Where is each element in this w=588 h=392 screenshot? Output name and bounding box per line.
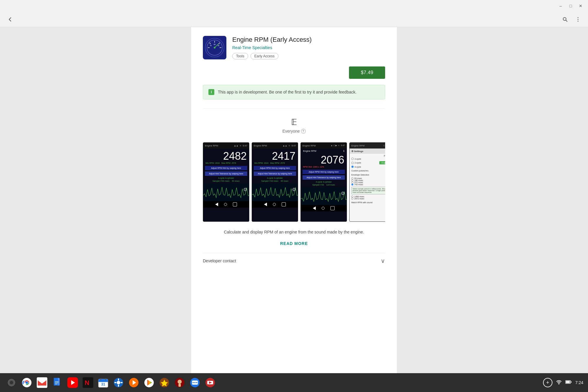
- svg-point-61: [558, 384, 559, 385]
- nav-back[interactable]: [215, 203, 218, 206]
- taskbar-settings[interactable]: [112, 376, 125, 389]
- app-icon: 60 40 80: [203, 36, 226, 59]
- taskbar-status: + 7:24: [543, 378, 583, 387]
- nav-home-2[interactable]: [273, 203, 276, 206]
- nav-home-3[interactable]: [322, 207, 325, 210]
- divider-1: [203, 108, 385, 109]
- developer-contact-label: Developer contact: [203, 258, 236, 263]
- taskbar-messages[interactable]: [188, 376, 202, 389]
- taskbar: N 31: [0, 373, 588, 392]
- svg-point-40: [117, 381, 120, 384]
- svg-text:60: 60: [214, 44, 216, 45]
- content-area: 60 40 80 Engine RPM (Early Access) Real-…: [191, 27, 397, 373]
- maximize-button[interactable]: □: [567, 2, 574, 10]
- more-button[interactable]: [573, 14, 583, 25]
- battery-icon: [565, 380, 572, 385]
- gear-icon[interactable]: ⚙: [243, 187, 247, 192]
- clock: 7:24: [575, 380, 583, 385]
- read-more-button[interactable]: READ MORE: [203, 241, 385, 246]
- title-bar: – □ ✕: [0, 0, 588, 12]
- rating-icon: 𝔼: [291, 117, 297, 127]
- app-title: Engine RPM (Early Access): [232, 36, 385, 44]
- add-button[interactable]: +: [543, 378, 552, 387]
- svg-text:40: 40: [210, 45, 212, 46]
- app-tags: Tools Early Access: [232, 53, 385, 59]
- close-button[interactable]: ✕: [577, 2, 584, 10]
- svg-point-1: [578, 17, 579, 18]
- svg-text:80: 80: [218, 45, 219, 46]
- right-background: [397, 27, 588, 373]
- rating-info-button[interactable]: ?: [301, 129, 306, 134]
- taskbar-youtube[interactable]: [66, 376, 79, 389]
- nav-back-2[interactable]: [264, 203, 267, 206]
- screenshots-container: Engine RPM ▲▲ ◾ 9:47 2482 Min RPM: 2024 …: [203, 142, 385, 222]
- info-text: This app is in development. Be one of th…: [218, 90, 357, 94]
- svg-text:N: N: [85, 379, 89, 386]
- wifi-icon: [556, 379, 562, 386]
- nav-recent[interactable]: [233, 202, 237, 206]
- svg-rect-41: [118, 378, 119, 381]
- svg-rect-52: [178, 384, 181, 387]
- taskbar-play-store[interactable]: [142, 376, 156, 389]
- svg-point-2: [578, 19, 579, 20]
- chevron-down-icon: ∨: [381, 257, 385, 264]
- svg-point-12: [214, 47, 216, 49]
- tag-tools[interactable]: Tools: [232, 53, 248, 59]
- gear-icon-2[interactable]: ⚙: [292, 187, 296, 192]
- taskbar-podcast[interactable]: [127, 376, 141, 389]
- price-section: $7.49: [203, 66, 385, 79]
- app-info: Engine RPM (Early Access) Real-Time Spec…: [232, 36, 385, 59]
- screenshot-4-settings[interactable]: Engine RPM ◾◾ 8:15 ⚙ Settings ✕ pulses/r…: [349, 142, 385, 222]
- nav-recent-2[interactable]: [282, 202, 286, 206]
- svg-rect-44: [121, 382, 123, 383]
- info-icon: i: [208, 89, 214, 95]
- svg-point-57: [196, 382, 197, 383]
- minimize-button[interactable]: –: [557, 2, 564, 10]
- description-text: Calculate and display RPM of an engine f…: [203, 229, 385, 235]
- taskbar-home-button[interactable]: [5, 376, 18, 389]
- svg-rect-43: [114, 382, 116, 383]
- back-button[interactable]: [5, 14, 15, 25]
- svg-point-51: [178, 380, 182, 384]
- app-header: 60 40 80 Engine RPM (Early Access) Real-…: [203, 36, 385, 59]
- svg-point-0: [563, 17, 566, 20]
- svg-rect-27: [55, 383, 59, 383]
- screenshot-3[interactable]: Engine RPM ▲ ⬡ ▶ ◾ 9:47 Engine RPM ℹ 207…: [300, 142, 347, 222]
- gear-icon-3[interactable]: ⚙: [341, 191, 345, 196]
- developer-contact[interactable]: Developer contact ∨: [203, 253, 385, 268]
- taskbar-gmail[interactable]: [35, 376, 49, 389]
- nav-home[interactable]: [224, 203, 227, 206]
- price-button[interactable]: $7.49: [349, 66, 385, 79]
- taskbar-chrome[interactable]: [20, 376, 34, 389]
- taskbar-netflix[interactable]: N: [81, 376, 95, 389]
- svg-rect-63: [566, 381, 570, 383]
- svg-point-56: [194, 382, 196, 383]
- taskbar-game[interactable]: [173, 376, 186, 389]
- screenshot-2[interactable]: Engine RPM ▲▲ ◾ 9:47 2417 Min RPM: 2024 …: [252, 142, 298, 222]
- app-developer[interactable]: Real-Time Specialties: [232, 45, 385, 50]
- svg-rect-35: [98, 381, 108, 382]
- svg-rect-42: [118, 385, 119, 387]
- taskbar-hearthstone[interactable]: [158, 376, 171, 389]
- screenshot-1[interactable]: Engine RPM ▲▲ ◾ 9:47 2482 Min RPM: 2024 …: [203, 142, 249, 222]
- svg-point-55: [193, 382, 194, 383]
- svg-point-17: [10, 381, 13, 384]
- search-button[interactable]: [560, 14, 570, 25]
- browser-bar: [0, 12, 588, 27]
- nav-back-3[interactable]: [313, 206, 316, 210]
- svg-text:31: 31: [101, 382, 105, 386]
- info-banner: i This app is in development. Be one of …: [203, 85, 385, 99]
- svg-point-3: [578, 21, 579, 21]
- svg-point-20: [26, 381, 28, 384]
- screenshots-section: Engine RPM ▲▲ ◾ 9:47 2482 Min RPM: 2024 …: [203, 142, 385, 222]
- taskbar-calendar[interactable]: 31: [96, 376, 110, 389]
- svg-rect-64: [571, 381, 572, 383]
- taskbar-docs[interactable]: [51, 376, 64, 389]
- taskbar-movie[interactable]: [203, 376, 217, 389]
- nav-recent-3[interactable]: [330, 206, 335, 210]
- tag-early-access[interactable]: Early Access: [250, 53, 278, 59]
- rating-section: 𝔼 Everyone ?: [203, 114, 385, 136]
- left-background: [0, 27, 191, 373]
- svg-rect-28: [55, 384, 57, 384]
- svg-rect-26: [55, 381, 59, 382]
